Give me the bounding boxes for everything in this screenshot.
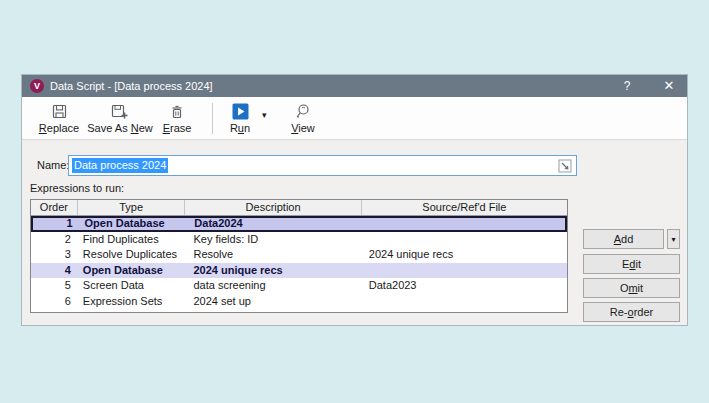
close-button[interactable]: ✕ [655,75,683,97]
cell-order: 6 [31,294,78,310]
run-play-icon [232,102,249,120]
cell-order: 2 [31,232,78,248]
cell-type: Expression Sets [78,294,186,310]
cell-type: Open Database [80,218,187,230]
cell-source [362,263,567,279]
cell-source [362,294,567,310]
erase-button[interactable]: Erase [159,102,195,136]
table-row[interactable]: 3 Resolve Duplicates Resolve 2024 unique… [31,247,567,263]
reorder-button[interactable]: Re-order [583,302,680,322]
edit-button[interactable]: Edit [583,254,680,274]
save-floppy-icon [52,102,67,120]
cell-source: 2024 unique recs [362,247,567,263]
column-header-order[interactable]: Order [31,200,78,215]
erase-label: Erase [163,122,192,134]
magnifier-view-icon [295,102,311,120]
cell-order: 5 [31,278,78,294]
cell-description: data screening [185,278,361,294]
table-row[interactable]: 1 Open Database Data2024 [31,216,567,232]
cell-source [361,218,565,230]
expressions-label: Expressions to run: [30,182,124,194]
cell-description: Data2024 [186,218,361,230]
run-dropdown-arrow[interactable]: ▾ [262,110,267,120]
run-button[interactable]: Run [222,102,258,136]
table-header-row: Order Type Description Source/Ref'd File [31,200,567,216]
cell-order: 4 [31,263,78,279]
name-field-label: Name: [37,159,69,171]
omit-button[interactable]: Omit [583,278,680,298]
replace-button[interactable]: Replace [37,102,81,136]
save-as-new-icon [111,102,129,120]
view-label: View [291,122,315,134]
run-label: Run [230,122,250,134]
cell-description: 2024 unique recs [185,263,361,279]
toolbar-separator [212,103,213,134]
table-row[interactable]: 2 Find Duplicates Key fields: ID [31,232,567,248]
desktop-background: { "window": { "title": "Data Script - [D… [0,0,709,403]
app-logo-icon: V [30,79,44,93]
save-as-new-label: Save As New [87,122,152,134]
add-button[interactable]: Add [583,229,664,249]
cell-type: Open Database [78,263,186,279]
cell-source [362,232,567,248]
cell-description: 2024 set up [185,294,361,310]
cell-type: Screen Data [78,278,186,294]
data-script-dialog: V Data Script - [Data process 2024] ? ✕ … [22,75,687,325]
toolbar: Replace Save As New Erase [22,97,687,140]
replace-label: Replace [39,122,79,134]
table-row[interactable]: 4 Open Database 2024 unique recs [31,263,567,279]
table-row[interactable]: 5 Screen Data data screening Data2023 [31,278,567,294]
expand-field-icon[interactable] [558,159,572,173]
cell-type: Resolve Duplicates [78,247,186,263]
column-header-description[interactable]: Description [185,200,361,215]
trash-icon [170,102,184,120]
view-button[interactable]: View [284,102,322,136]
save-as-new-button[interactable]: Save As New [87,102,153,136]
column-header-type[interactable]: Type [78,200,186,215]
name-input-selected-text: Data process 2024 [72,158,168,173]
column-header-source[interactable]: Source/Ref'd File [362,200,567,215]
name-input[interactable]: Data process 2024 [68,155,577,176]
cell-type: Find Duplicates [78,232,186,248]
add-dropdown-button[interactable]: ▾ [667,229,680,249]
expressions-table: Order Type Description Source/Ref'd File… [30,199,568,313]
cell-order: 1 [33,218,80,230]
help-button[interactable]: ? [613,75,641,97]
table-row[interactable]: 6 Expression Sets 2024 set up [31,294,567,310]
window-title: Data Script - [Data process 2024] [50,80,213,92]
cell-source: Data2023 [362,278,567,294]
cell-description: Key fields: ID [185,232,361,248]
cell-description: Resolve [185,247,361,263]
title-bar: V Data Script - [Data process 2024] ? ✕ [22,75,687,97]
cell-order: 3 [31,247,78,263]
